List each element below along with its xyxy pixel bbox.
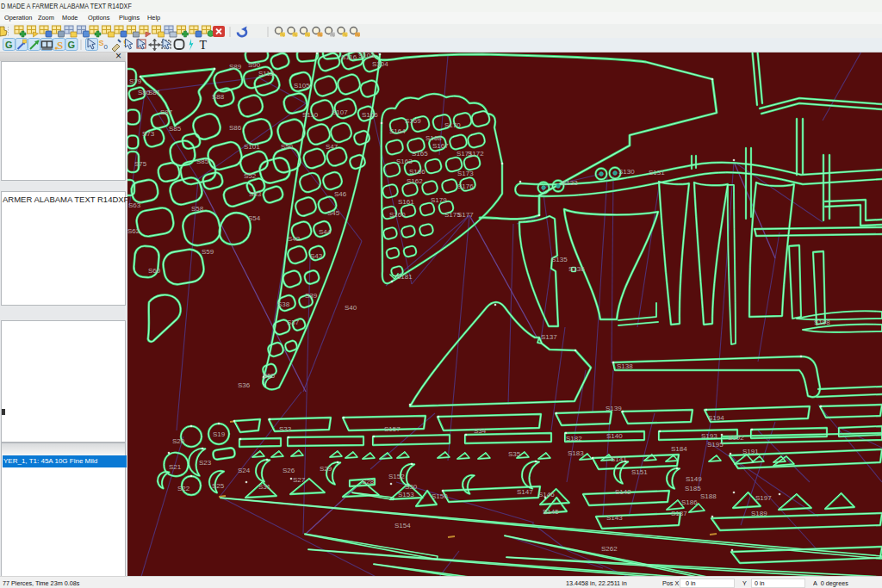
svg-text:S182: S182 [566, 435, 582, 443]
svg-text:S186: S186 [681, 498, 698, 506]
svg-text:S46: S46 [334, 190, 347, 198]
svg-text:S58: S58 [191, 205, 204, 213]
svg-text:S25: S25 [212, 482, 225, 490]
svg-text:S36: S36 [238, 381, 251, 389]
svg-text:S104: S104 [372, 60, 388, 68]
svg-text:G: G [5, 40, 13, 50]
svg-text:S137: S137 [541, 333, 557, 341]
svg-text:S184: S184 [671, 445, 687, 453]
svg-text:S145: S145 [543, 508, 559, 516]
svg-text:S30: S30 [405, 483, 418, 491]
svg-text:S75: S75 [134, 160, 147, 168]
svg-text:S55: S55 [263, 372, 276, 380]
svg-text:S188: S188 [700, 492, 717, 500]
svg-text:S106: S106 [362, 111, 378, 119]
svg-text:S168: S168 [425, 134, 442, 142]
svg-text:S143: S143 [606, 514, 623, 522]
svg-text:S146: S146 [538, 491, 555, 498]
svg-text:S164: S164 [389, 127, 406, 135]
svg-text:S198: S198 [814, 319, 830, 326]
svg-text:S90: S90 [248, 61, 261, 69]
svg-text:S177: S177 [457, 211, 474, 219]
svg-text:S31: S31 [258, 483, 271, 491]
svg-text:S150: S150 [432, 492, 448, 500]
svg-text:S85: S85 [169, 125, 182, 133]
svg-text:S138: S138 [617, 362, 633, 370]
svg-text:S112: S112 [258, 70, 275, 77]
svg-text:S54: S54 [248, 214, 261, 222]
svg-text:S63: S63 [128, 201, 141, 209]
svg-text:S34: S34 [474, 427, 487, 435]
svg-text:S19: S19 [213, 430, 226, 438]
svg-text:S191: S191 [742, 448, 759, 455]
svg-text:G: G [68, 40, 76, 50]
svg-text:S105: S105 [294, 82, 310, 90]
svg-text:S133: S133 [562, 179, 578, 187]
svg-text:S110: S110 [302, 111, 319, 119]
svg-text:S154: S154 [394, 522, 411, 529]
svg-text:S35: S35 [508, 450, 521, 458]
svg-text:S136: S136 [568, 265, 585, 273]
svg-text:S130: S130 [618, 168, 635, 176]
svg-text:S87: S87 [160, 108, 173, 116]
svg-text:S26: S26 [283, 467, 295, 474]
svg-text:S135: S135 [551, 256, 568, 263]
svg-text:S142: S142 [615, 488, 631, 496]
svg-text:S45: S45 [327, 209, 340, 217]
svg-text:0: 0 [104, 43, 109, 51]
svg-text:S161: S161 [398, 198, 414, 206]
svg-text:S86: S86 [229, 124, 242, 132]
svg-text:T: T [200, 39, 208, 52]
svg-text:S192: S192 [728, 434, 744, 442]
svg-text:S157: S157 [384, 425, 401, 433]
svg-text:S21: S21 [169, 463, 182, 471]
svg-text:S27: S27 [293, 476, 306, 484]
svg-text:S28: S28 [362, 478, 375, 486]
svg-text:S88: S88 [212, 93, 225, 101]
svg-text:S165: S165 [412, 150, 428, 158]
svg-text:S160: S160 [389, 211, 406, 219]
svg-text:S152: S152 [388, 473, 405, 480]
svg-text:S171: S171 [457, 150, 473, 158]
svg-text:S47: S47 [326, 143, 339, 151]
svg-text:S141: S141 [611, 455, 627, 463]
svg-text:S24: S24 [238, 467, 251, 474]
svg-text:S101: S101 [244, 143, 260, 151]
svg-text:S166: S166 [409, 168, 425, 176]
svg-text:S33: S33 [279, 425, 292, 433]
svg-text:S52: S52 [244, 172, 257, 180]
svg-text:S149: S149 [686, 475, 702, 483]
svg-text:S187: S187 [671, 510, 687, 517]
svg-text:S73: S73 [142, 130, 155, 138]
svg-text:S162: S162 [407, 177, 423, 185]
svg-text:S140: S140 [606, 432, 623, 440]
svg-text:S131: S131 [649, 169, 665, 176]
svg-text:S39: S39 [305, 292, 318, 300]
svg-text:S176: S176 [457, 183, 474, 190]
svg-text:S167: S167 [432, 142, 449, 150]
svg-text:S195: S195 [707, 441, 724, 449]
svg-text:S183: S183 [568, 449, 584, 457]
svg-text:S85: S85 [196, 158, 209, 165]
svg-text:S38: S38 [277, 300, 290, 308]
svg-text:S43: S43 [310, 252, 323, 260]
svg-text:S179: S179 [431, 196, 447, 204]
svg-text:S29: S29 [320, 465, 332, 473]
svg-text:S107: S107 [332, 108, 348, 116]
svg-text:S116: S116 [341, 53, 357, 61]
svg-text:S185: S185 [685, 485, 701, 492]
svg-text:S40: S40 [345, 304, 357, 312]
svg-text:S23: S23 [199, 459, 212, 467]
svg-text:S50: S50 [281, 143, 294, 151]
svg-text:S153: S153 [398, 491, 414, 498]
svg-text:S169: S169 [405, 117, 421, 125]
svg-text:S79: S79 [129, 77, 142, 85]
svg-text:S53: S53 [249, 190, 262, 198]
svg-text:S189: S189 [751, 510, 767, 517]
svg-text:S80: S80 [138, 89, 151, 96]
svg-text:S: S [57, 39, 63, 52]
svg-text:S151: S151 [631, 468, 648, 476]
svg-text:S62: S62 [127, 227, 140, 235]
svg-text:S194: S194 [708, 414, 724, 422]
svg-text:S60: S60 [148, 267, 161, 275]
